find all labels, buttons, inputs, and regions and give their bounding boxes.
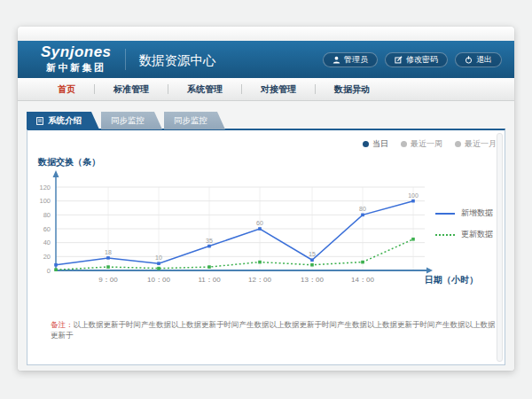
nav-item-data-changes[interactable]: 数据异动: [316, 83, 388, 96]
svg-text:20: 20: [43, 253, 51, 261]
svg-text:80: 80: [43, 211, 51, 219]
page-background: Synjones 新中新集团 数据资源中心 管理员 修改密码: [0, 0, 532, 399]
svg-text:14：00: 14：00: [351, 276, 374, 284]
footnote-text: 以上数据更新于时间产生数据以上数据更新于时间产生数据以上数据更新于时间产生数据以…: [51, 320, 496, 340]
app-header: Synjones 新中新集团 数据资源中心 管理员 修改密码: [18, 41, 514, 78]
svg-text:120: 120: [39, 184, 51, 192]
tab-sync-monitor-1[interactable]: 同步监控: [101, 112, 162, 129]
svg-text:10: 10: [155, 254, 162, 261]
blue-line-swatch-icon: [435, 213, 455, 215]
admin-user-label: 管理员: [344, 54, 368, 66]
svg-text:15: 15: [309, 251, 316, 257]
svg-text:35: 35: [206, 238, 213, 244]
legend-new-data: 新增数据: [435, 207, 493, 219]
edit-icon: [395, 56, 403, 64]
main-nav: 首页 标准管理 系统管理 对接管理 数据异动: [18, 78, 514, 101]
document-icon: [36, 117, 43, 125]
footnote: 备注：以上数据更新于时间产生数据以上数据更新于时间产生数据以上数据更新于时间产生…: [51, 320, 496, 341]
svg-text:10：00: 10：00: [147, 276, 170, 284]
radio-last-month[interactable]: 最近一月: [455, 138, 497, 150]
chart-panel: 当日 最近一周 最近一月 数据交换（条） 0204060801001201810…: [27, 129, 505, 365]
footnote-label: 备注：: [51, 320, 74, 329]
scrollbar[interactable]: [497, 133, 503, 362]
radio-last-month-label: 最近一月: [465, 138, 497, 150]
legend-new-data-label: 新增数据: [461, 207, 493, 219]
x-axis-label: 日期（小时）: [425, 274, 478, 286]
line-chart: 0204060801001201810356015801009：0010：001…: [27, 130, 444, 290]
admin-user-button[interactable]: 管理员: [323, 52, 378, 67]
logout-button[interactable]: 退出: [455, 52, 502, 67]
svg-text:100: 100: [39, 197, 51, 205]
brand-name: Synjones: [41, 44, 112, 59]
svg-text:9：00: 9：00: [98, 276, 118, 284]
tab-label: 同步监控: [111, 115, 145, 127]
svg-text:60: 60: [256, 220, 263, 226]
tab-bar: 系统介绍 同步监控 同步监控: [27, 112, 225, 129]
tab-label: 系统介绍: [48, 115, 82, 127]
change-password-button[interactable]: 修改密码: [385, 52, 448, 67]
radio-dot-icon: [455, 141, 461, 147]
content-area: 系统介绍 同步监控 同步监控 当日 最近一周: [18, 101, 514, 371]
legend-updated-data: 更新数据: [435, 229, 493, 240]
svg-text:100: 100: [408, 192, 419, 199]
logout-label: 退出: [476, 54, 492, 66]
svg-text:60: 60: [43, 225, 51, 233]
tab-sync-monitor-2[interactable]: 同步监控: [164, 112, 225, 129]
svg-text:11：00: 11：00: [198, 276, 221, 284]
svg-text:18: 18: [105, 249, 112, 255]
svg-text:12：00: 12：00: [248, 276, 271, 284]
app-window: Synjones 新中新集团 数据资源中心 管理员 修改密码: [18, 27, 514, 371]
change-password-label: 修改密码: [406, 54, 438, 66]
svg-text:0: 0: [47, 267, 51, 275]
svg-text:40: 40: [43, 239, 51, 246]
chart-legend: 新增数据 更新数据: [435, 207, 493, 250]
user-icon: [332, 56, 340, 64]
tab-system-intro[interactable]: 系统介绍: [27, 112, 99, 129]
svg-text:80: 80: [359, 206, 366, 212]
green-dotted-swatch-icon: [435, 234, 455, 236]
company-name: 新中新集团: [46, 61, 106, 74]
user-menu: 管理员 修改密码 退出: [323, 52, 502, 67]
page-title: 数据资源中心: [125, 49, 216, 70]
window-top-strip: [18, 27, 514, 41]
nav-item-system-mgmt[interactable]: 系统管理: [168, 83, 241, 96]
svg-text:13：00: 13：00: [301, 276, 324, 284]
nav-item-standard-mgmt[interactable]: 标准管理: [95, 83, 168, 96]
company-logo: Synjones 新中新集团: [41, 44, 112, 74]
legend-updated-data-label: 更新数据: [461, 229, 493, 240]
tab-label: 同步监控: [174, 115, 207, 127]
power-icon: [465, 56, 473, 64]
nav-item-home[interactable]: 首页: [39, 83, 94, 96]
nav-item-interface-mgmt[interactable]: 对接管理: [242, 83, 315, 96]
